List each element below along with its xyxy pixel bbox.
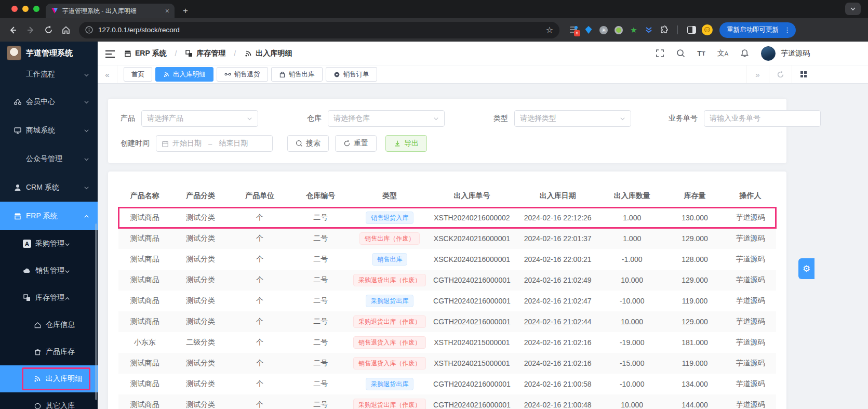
breadcrumb: ERP 系统 / 库存管理 / 出入库明细: [124, 49, 292, 58]
zoom-window-button[interactable]: [33, 6, 39, 12]
circle-icon: [33, 402, 42, 409]
sidebar-item-product-stock[interactable]: 产品库存: [0, 338, 98, 365]
extension-kite-icon[interactable]: [584, 25, 593, 35]
cloud-chart-icon: [23, 267, 31, 275]
refresh-page-icon[interactable]: [769, 65, 792, 83]
close-window-button[interactable]: [11, 6, 18, 12]
collapse-menu-icon[interactable]: [105, 49, 115, 58]
user-avatar[interactable]: [761, 46, 776, 61]
reset-button[interactable]: 重置: [335, 135, 377, 152]
export-button[interactable]: 导出: [385, 135, 427, 152]
sidebar-item-official-account[interactable]: 公众号管理: [0, 144, 98, 173]
site-info-icon[interactable]: [85, 26, 93, 34]
side-panel-icon[interactable]: [687, 25, 696, 35]
col-stock: 库存量: [665, 184, 725, 207]
cell-type: 销售退货入库: [352, 207, 428, 228]
search-button[interactable]: 搜索: [287, 135, 329, 152]
col-order-no: 出入库单号: [428, 184, 516, 207]
tab-close-icon[interactable]: ×: [165, 7, 169, 15]
sidebar-item-mall-system[interactable]: 商城系统: [0, 116, 98, 144]
notification-bell-icon[interactable]: [740, 49, 749, 58]
tags-scroll-left-icon[interactable]: «: [98, 65, 117, 83]
minimize-window-button[interactable]: [22, 6, 29, 12]
table-row[interactable]: 测试商品测试分类个二号采购退货出库（作废）CGTH202402160000012…: [118, 270, 776, 291]
table-row[interactable]: 测试商品测试分类个二号采购退货出库CGTH202402160000012024-…: [118, 374, 776, 394]
sidebar-item-erp-system[interactable]: ERP 系统: [0, 202, 98, 230]
extension-star-icon[interactable]: ★: [629, 25, 638, 35]
font-size-icon[interactable]: TT: [697, 49, 705, 58]
tab-stock-record[interactable]: 出入库明细: [155, 67, 213, 82]
search-icon[interactable]: [676, 49, 685, 58]
sidebar-scrollbar[interactable]: [95, 223, 97, 400]
chrome-update-button[interactable]: 重新启动即可更新 ⋮: [719, 22, 796, 38]
type-select[interactable]: 请选择类型: [514, 110, 631, 127]
start-date-placeholder[interactable]: 开始日期: [172, 139, 202, 148]
sidebar-item-other-stock-in[interactable]: 其它入库: [0, 392, 98, 409]
username[interactable]: 芋道源码: [781, 49, 810, 58]
extension-orb-icon[interactable]: ✳: [599, 25, 608, 35]
tags-scroll-right-icon[interactable]: »: [746, 65, 769, 83]
sidebar-item-member-center[interactable]: 会员中心: [0, 87, 98, 116]
sidebar-item-crm-system[interactable]: CRM 系统: [0, 173, 98, 202]
locale-icon[interactable]: 文A: [717, 49, 728, 58]
theme-settings-gear-icon[interactable]: ⚙: [798, 258, 814, 279]
layout-grid-icon[interactable]: [792, 65, 814, 83]
cell-qty: 1.000: [599, 228, 665, 249]
cell-type: 销售退货入库（作废）: [352, 353, 428, 374]
signal-icon: [33, 375, 42, 383]
home-icon[interactable]: [58, 22, 74, 38]
url-text[interactable]: 127.0.0.1/erp/stock/record: [98, 26, 541, 34]
bookmark-star-icon[interactable]: ☆: [546, 25, 553, 35]
tab-sales-outbound[interactable]: 销售出库: [271, 67, 323, 82]
shop-icon: [14, 212, 22, 220]
profile-emoji-icon[interactable]: ☺: [702, 24, 713, 35]
cell-stock: 129.000: [665, 270, 725, 291]
date-range-picker[interactable]: 开始日期 – 结束日期: [156, 135, 273, 152]
sidebar-item-sales-management[interactable]: 销售管理: [0, 257, 98, 284]
tab-search-chevron-icon[interactable]: [845, 3, 861, 15]
cell-stock: 129.000: [665, 228, 725, 249]
reload-icon[interactable]: [41, 22, 56, 38]
sidebar-item-workflow[interactable]: 工作流程: [0, 61, 98, 87]
table-row[interactable]: 测试商品测试分类个二号销售退货入库XSTH202402160000022024-…: [118, 207, 776, 228]
extension-tag-icon[interactable]: 6: [569, 25, 578, 35]
table-row[interactable]: 测试商品测试分类个二号采购退货出库（作废）CGTH202402160000012…: [118, 311, 776, 332]
cell-order_no: CGTH20240216000001: [428, 291, 516, 311]
cell-category: 测试分类: [171, 353, 230, 374]
table-row[interactable]: 测试商品测试分类个二号销售出库XSCK202402160000012024-02…: [118, 249, 776, 270]
breadcrumb-item[interactable]: ERP 系统: [135, 49, 166, 58]
table-row[interactable]: 测试商品测试分类个二号销售出库（作废）XSCK20240216000001202…: [118, 228, 776, 249]
tab-sales-order[interactable]: 销售订单: [326, 67, 377, 82]
browser-menu-kebab-icon[interactable]: ⋮: [782, 26, 793, 34]
tab-sales-return[interactable]: 销售退货: [217, 67, 268, 82]
table-row[interactable]: 测试商品测试分类个二号采购退货出库（作废）CGTH202402160000012…: [118, 394, 776, 409]
extensions-puzzle-icon[interactable]: [659, 25, 669, 35]
breadcrumb-item[interactable]: 库存管理: [196, 49, 225, 58]
cell-qty: 10.000: [599, 394, 665, 409]
cell-category: 测试分类: [171, 207, 230, 228]
sidebar-item-stock-management[interactable]: 库存管理: [0, 284, 98, 311]
warehouse-select[interactable]: 请选择仓库: [328, 110, 445, 127]
table-row[interactable]: 测试商品测试分类个二号销售退货入库（作废）XSTH202402150000012…: [118, 353, 776, 374]
extension-green-circle-icon[interactable]: [614, 25, 623, 35]
fullscreen-icon[interactable]: [656, 49, 664, 58]
tab-home[interactable]: 首页: [124, 67, 152, 82]
product-select[interactable]: 请选择产品: [141, 110, 258, 127]
sidebar-item-warehouse-info[interactable]: 仓库信息: [0, 311, 98, 338]
back-icon[interactable]: [5, 22, 21, 38]
new-tab-button[interactable]: +: [179, 4, 192, 18]
address-bar[interactable]: 127.0.0.1/erp/stock/record ☆: [79, 22, 559, 38]
browser-tab[interactable]: 芋道管理系统 - 出入库明细 ×: [46, 4, 175, 18]
sidebar-item-purchase-management[interactable]: A 采购管理: [0, 230, 98, 257]
table-row[interactable]: 测试商品测试分类个二号采购退货出库CGTH202402160000012024-…: [118, 291, 776, 311]
extension-chevrons-icon[interactable]: [644, 25, 653, 35]
cell-unit: 个: [230, 249, 289, 270]
business-no-input[interactable]: 请输入业务单号: [704, 110, 821, 127]
chevron-down-icon: [620, 114, 625, 123]
forward-icon[interactable]: [23, 22, 38, 38]
type-badge: 采购退货出库: [366, 378, 413, 390]
end-date-placeholder[interactable]: 结束日期: [219, 139, 267, 148]
sidebar-item-stock-record[interactable]: 出入库明细: [0, 365, 98, 392]
table-row[interactable]: 小东东二级分类个二号销售退货入库（作废）XSTH2024021500000120…: [118, 332, 776, 353]
cell-operator: 芋道源码: [725, 291, 776, 311]
